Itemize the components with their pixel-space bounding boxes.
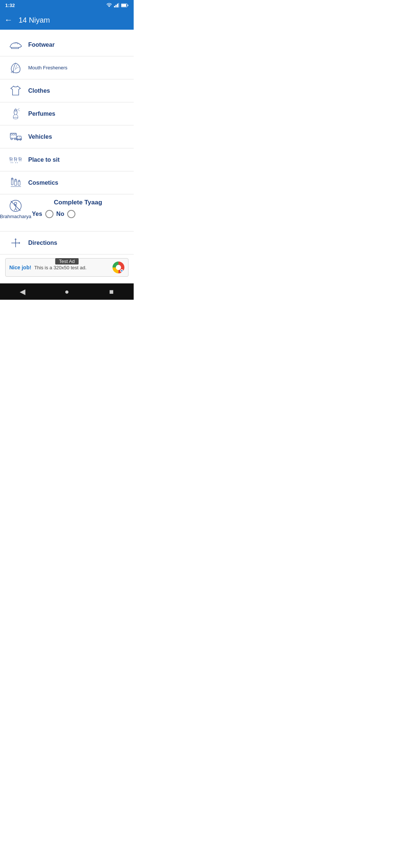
vehicles-icon-container	[6, 130, 25, 144]
svg-rect-1	[115, 5, 117, 7]
svg-rect-31	[19, 158, 21, 160]
svg-rect-3	[118, 3, 119, 7]
page-title: 14 Niyam	[19, 16, 50, 24]
cosmetics-icon-container	[6, 176, 25, 190]
svg-rect-41	[14, 180, 17, 185]
svg-rect-39	[12, 178, 13, 185]
svg-rect-0	[114, 6, 115, 7]
nav-home-button[interactable]: ●	[45, 287, 89, 296]
svg-point-36	[12, 162, 13, 163]
directions-label: Directions	[28, 240, 128, 246]
svg-point-48	[14, 202, 17, 204]
svg-point-38	[17, 162, 18, 163]
svg-rect-16	[11, 134, 12, 135]
perfumes-label: Perfumes	[28, 111, 128, 117]
svg-rect-40	[12, 178, 13, 180]
footwear-icon-container	[6, 38, 25, 52]
tshirt-icon	[9, 84, 23, 98]
list-item-cosmetics[interactable]: Cosmetics	[0, 171, 134, 194]
svg-point-10	[18, 109, 19, 109]
svg-point-11	[19, 110, 19, 111]
list-item-vehicles[interactable]: Vehicles	[0, 125, 134, 148]
status-time: 1:32	[5, 3, 15, 8]
svg-rect-6	[128, 4, 128, 6]
nav-square-button[interactable]: ■	[89, 287, 134, 296]
nav-back-button[interactable]: ◀	[0, 287, 45, 296]
radio-row: Yes No	[28, 210, 75, 218]
vehicle-icon	[9, 130, 23, 144]
cosmetics-icon	[9, 176, 23, 190]
svg-point-37	[15, 162, 16, 163]
list-item-place-to-sit[interactable]: Place to sit	[0, 148, 134, 171]
content-area: Footwear Mouth Fresheners Clothes	[0, 30, 134, 283]
ad-description: This is a 320x50 test ad.	[34, 265, 110, 270]
svg-rect-27	[14, 158, 17, 160]
ad-logo-dot	[120, 269, 123, 272]
brahmacharya-icon-container: Brahmacharya	[6, 197, 25, 219]
list-item-brahmacharya[interactable]: Brahmacharya Complete Tyaag Yes No	[0, 194, 134, 231]
top-bar: ← 14 Niyam	[0, 10, 134, 30]
leaf-icon	[9, 61, 23, 75]
brahmacharya-label: Brahmacharya	[0, 214, 31, 219]
list-item-perfumes[interactable]: Perfumes	[0, 102, 134, 125]
yes-label: Yes	[32, 211, 42, 217]
yes-radio[interactable]	[45, 210, 53, 218]
perfumes-icon-container	[6, 107, 25, 121]
shoe-icon	[9, 38, 23, 52]
svg-point-35	[11, 162, 12, 163]
perfume-icon	[9, 107, 23, 121]
clothes-icon-container	[6, 84, 25, 98]
list-item-directions[interactable]: Directions	[0, 231, 134, 254]
status-bar: 1:32	[0, 0, 134, 10]
cosmetics-label: Cosmetics	[28, 180, 128, 186]
list-item-mouth-fresheners[interactable]: Mouth Fresheners	[0, 56, 134, 79]
svg-rect-23	[10, 158, 12, 160]
chair-icon	[9, 153, 23, 167]
no-label: No	[56, 211, 64, 217]
status-icons	[106, 3, 128, 7]
brahmacharya-right: Complete Tyaag Yes No	[28, 197, 128, 218]
ad-logo-inner	[116, 265, 121, 270]
svg-point-12	[19, 108, 19, 108]
svg-rect-18	[15, 134, 16, 135]
place-to-sit-icon-container	[6, 153, 25, 167]
svg-rect-2	[117, 4, 118, 7]
no-radio[interactable]	[67, 210, 75, 218]
back-button[interactable]: ←	[4, 15, 13, 25]
ad-test-label: Test Ad	[55, 258, 79, 264]
svg-point-13	[19, 111, 20, 111]
footwear-label: Footwear	[28, 42, 128, 48]
mouth-fresheners-label: Mouth Fresheners	[28, 65, 128, 70]
svg-rect-17	[13, 134, 14, 135]
bottom-nav: ◀ ● ■	[0, 283, 134, 300]
clothes-label: Clothes	[28, 88, 128, 94]
svg-point-9	[17, 109, 18, 110]
list-item-clothes[interactable]: Clothes	[0, 79, 134, 102]
place-to-sit-label: Place to sit	[28, 157, 128, 163]
vehicles-label: Vehicles	[28, 134, 128, 140]
directions-icon-container	[6, 236, 25, 250]
svg-rect-15	[10, 133, 17, 138]
ad-banner: Test Ad Nice job! This is a 320x50 test …	[5, 258, 128, 277]
battery-icon	[121, 3, 128, 7]
ad-nice-job: Nice job!	[9, 264, 31, 270]
svg-point-7	[11, 71, 13, 72]
complete-tyaag-label: Complete Tyaag	[28, 199, 128, 206]
brahmacharya-icon	[9, 199, 23, 213]
signal-icon	[114, 3, 119, 7]
svg-point-14	[13, 117, 18, 119]
ad-logo	[113, 262, 124, 273]
svg-point-8	[15, 110, 17, 111]
svg-line-49	[11, 201, 20, 211]
svg-rect-5	[121, 4, 126, 7]
wifi-icon	[106, 3, 112, 7]
directions-icon	[9, 236, 23, 250]
list-item-footwear[interactable]: Footwear	[0, 33, 134, 56]
mouth-fresheners-icon-container	[6, 61, 25, 75]
